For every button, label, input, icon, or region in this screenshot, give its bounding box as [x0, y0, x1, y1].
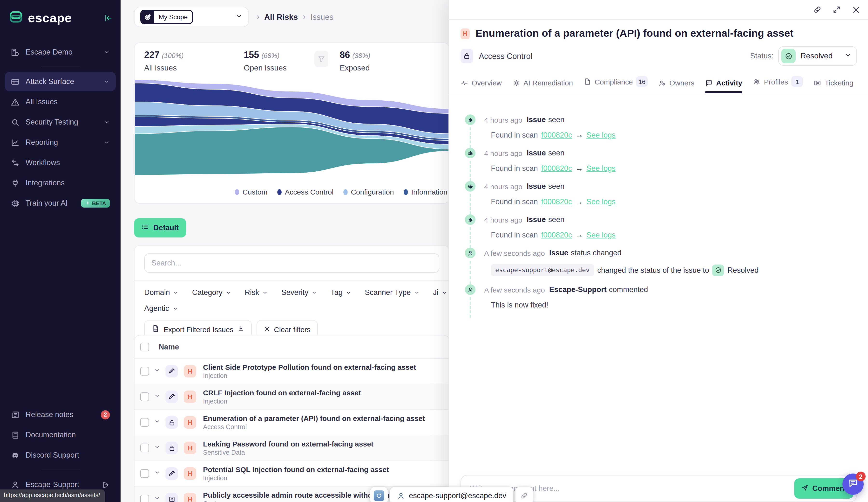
- sidebar-item-discord-support[interactable]: Discord Support: [5, 445, 116, 465]
- sidebar-item-attack-surface[interactable]: Attack Surface: [5, 72, 116, 91]
- issue-row-title: Client Side Prototype Pollution found on…: [203, 363, 416, 371]
- lock-icon: [165, 442, 178, 454]
- autofill-email-suggestion[interactable]: escape-support@escape.dev: [390, 486, 514, 502]
- issue-row-title: Potential SQL Injection found on externa…: [203, 465, 389, 473]
- chev-icon: [262, 289, 268, 296]
- timeline-entry: 4 hours agoIssueseenFound in scanf000820…: [465, 181, 857, 214]
- sidebar-item-label: Train your AI: [25, 199, 75, 208]
- tab-overview[interactable]: Overview: [461, 75, 502, 93]
- timeline-entry: 4 hours agoIssueseenFound in scanf000820…: [465, 148, 857, 181]
- funnel-filter-button[interactable]: [314, 51, 328, 67]
- table-row[interactable]: HClient Side Prototype Pollution found o…: [135, 359, 449, 384]
- legend-label: Configuration: [351, 188, 394, 196]
- see-logs-link[interactable]: See logs: [586, 198, 616, 206]
- tab-compliance[interactable]: Compliance16: [583, 72, 648, 93]
- link-icon[interactable]: [515, 486, 533, 502]
- sidebar-item-integrations[interactable]: Integrations: [5, 173, 116, 193]
- sidebar-item-security-testing[interactable]: Security Testing: [5, 112, 116, 132]
- sidebar-item-label: Escape Demo: [25, 48, 97, 57]
- filter-agentic[interactable]: Agentic: [144, 304, 178, 313]
- sidebar-item-workflows[interactable]: Workflows: [5, 153, 116, 172]
- sidebar-item-documentation[interactable]: Documentation: [5, 425, 116, 444]
- table-row[interactable]: HCRLF Injection found on external-facing…: [135, 384, 449, 410]
- filter-severity[interactable]: Severity: [281, 288, 318, 297]
- chat-icon: [705, 79, 713, 87]
- legend-swatch: [235, 189, 239, 195]
- scan-link[interactable]: f000820c: [541, 164, 572, 173]
- table-row[interactable]: HLeaking Password found on external-faci…: [135, 435, 449, 461]
- timeline-connector: [470, 227, 471, 248]
- sidebar-collapse-icon[interactable]: [104, 13, 113, 22]
- row-checkbox[interactable]: [140, 469, 149, 478]
- chat-icon: [848, 478, 858, 489]
- close-icon[interactable]: [851, 5, 861, 14]
- search-input[interactable]: [144, 253, 439, 273]
- logo-text: escape: [28, 10, 99, 26]
- scope-select[interactable]: My Scope: [134, 7, 249, 27]
- row-checkbox[interactable]: [140, 418, 149, 427]
- timeline-event-strong: Issue: [527, 149, 546, 157]
- see-logs-link[interactable]: See logs: [586, 231, 616, 239]
- chart-legend: CustomAccess ControlConfigurationInforma…: [235, 188, 439, 196]
- issue-row-title: Leaking Password found on external-facin…: [203, 440, 373, 448]
- sidebar-footer-nav: Release notes2DocumentationDiscord Suppo…: [0, 404, 121, 502]
- filter-label: Tag: [331, 288, 343, 297]
- scan-link[interactable]: f000820c: [541, 131, 572, 140]
- row-expand-chevron[interactable]: [154, 469, 161, 478]
- stat-label: Exposed: [340, 64, 439, 72]
- sidebar-item-reporting[interactable]: Reporting: [5, 133, 116, 152]
- row-checkbox[interactable]: [140, 444, 149, 452]
- filter-risk[interactable]: Risk: [245, 288, 268, 297]
- see-logs-link[interactable]: See logs: [586, 164, 616, 173]
- sidebar-item-train-your-ai[interactable]: AITrain your AIBETA: [5, 193, 116, 213]
- filter-domain[interactable]: Domain: [144, 288, 179, 297]
- tab-ai-remediation[interactable]: AI Remediation: [513, 75, 573, 93]
- refresh-icon[interactable]: [370, 486, 388, 502]
- scan-prefix: Found in scan: [491, 131, 538, 140]
- row-expand-chevron[interactable]: [154, 418, 161, 427]
- row-expand-chevron[interactable]: [154, 392, 161, 401]
- legend-item-configuration: Configuration: [343, 188, 394, 196]
- tab-label: Overview: [472, 79, 502, 87]
- scan-link[interactable]: f000820c: [541, 198, 572, 206]
- bug-avatar: [465, 114, 475, 125]
- tab-profiles[interactable]: Profiles1: [753, 72, 803, 93]
- row-expand-chevron[interactable]: [154, 495, 161, 502]
- tab-activity[interactable]: Activity: [705, 75, 742, 93]
- copy-link-icon[interactable]: [813, 5, 822, 14]
- row-checkbox[interactable]: [140, 392, 149, 401]
- filters-card: DomainCategoryRiskSeverityTagScanner Typ…: [134, 245, 450, 342]
- stats-row: 227(100%) All issues 155(68%) Open issue…: [144, 50, 439, 75]
- scan-link[interactable]: f000820c: [541, 231, 572, 239]
- filter-ji[interactable]: Ji: [433, 288, 447, 297]
- tab-ticketing[interactable]: Ticketing: [814, 75, 853, 93]
- bug-icon: [467, 183, 473, 190]
- xsquare-icon: [168, 495, 175, 502]
- row-expand-chevron[interactable]: [154, 444, 161, 452]
- chat-widget-button[interactable]: 2: [843, 473, 864, 495]
- status-select[interactable]: Resolved: [778, 46, 857, 66]
- scope-chip: My Scope: [140, 10, 193, 24]
- table-row[interactable]: HPotential SQL Injection found on extern…: [135, 461, 449, 486]
- sidebar-item-all-issues[interactable]: All Issues: [5, 92, 116, 111]
- row-checkbox[interactable]: [140, 495, 149, 502]
- sidebar-item-label: Workflows: [25, 158, 110, 167]
- expand-icon[interactable]: [832, 5, 841, 14]
- breadcrumb-all-risks[interactable]: All Risks: [264, 12, 298, 21]
- row-checkbox[interactable]: [140, 367, 149, 375]
- default-view-button[interactable]: Default: [134, 218, 186, 238]
- table-row[interactable]: HEnumeration of a parameter (API) found …: [135, 410, 449, 435]
- row-expand-chevron[interactable]: [154, 367, 161, 375]
- see-logs-link[interactable]: See logs: [586, 131, 616, 140]
- sidebar-item-release-notes[interactable]: Release notes2: [5, 405, 116, 424]
- filter-category[interactable]: Category: [192, 288, 232, 297]
- issue-row-category: Access Control: [203, 423, 425, 431]
- filter-tag[interactable]: Tag: [331, 288, 352, 297]
- sidebar-item-label: Discord Support: [25, 451, 110, 460]
- sidebar-item-label: Escape-Support: [25, 480, 96, 489]
- tab-owners[interactable]: Owners: [659, 75, 694, 93]
- filter-scanner-type[interactable]: Scanner Type: [365, 288, 420, 297]
- sidebar-item-escape-demo[interactable]: Escape Demo: [5, 42, 116, 62]
- timeline-event-rest: commented: [609, 285, 648, 294]
- select-all-checkbox[interactable]: [140, 342, 149, 351]
